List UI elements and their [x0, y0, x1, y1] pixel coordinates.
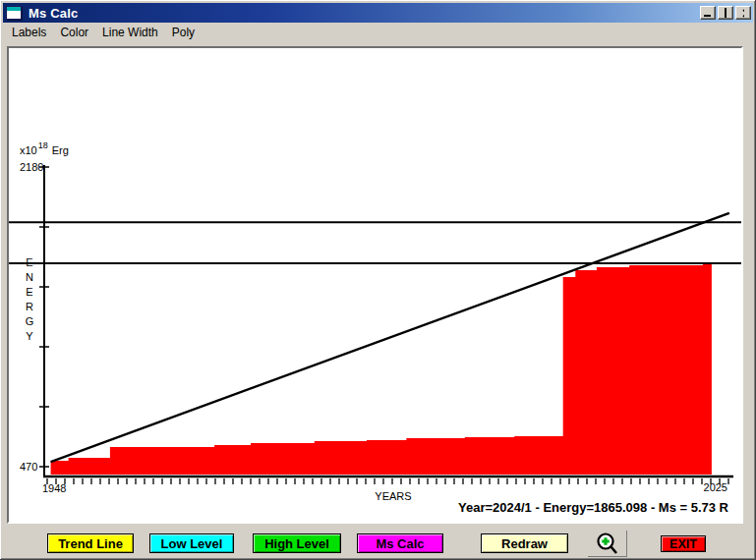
- minimize-button[interactable]: [700, 6, 716, 20]
- high-level-button[interactable]: High Level: [253, 533, 341, 553]
- y-tick-label-max: 2180: [20, 161, 43, 173]
- y-axis-title-letter: Y: [26, 330, 33, 342]
- window-title: Ms Calc: [29, 6, 79, 21]
- menu-poly[interactable]: Poly: [165, 24, 202, 41]
- zoom-in-icon: [595, 532, 620, 556]
- x-tick-label-start: 1948: [42, 482, 66, 494]
- zoom-button[interactable]: [588, 531, 627, 557]
- ms-calc-button[interactable]: Ms Calc: [357, 533, 443, 553]
- y-axis-title-letter: R: [26, 301, 33, 312]
- x-axis-title: YEARS: [375, 490, 411, 502]
- close-button[interactable]: [735, 6, 751, 20]
- menu-color[interactable]: Color: [53, 24, 95, 41]
- maximize-button[interactable]: [718, 6, 733, 20]
- menu-labels[interactable]: Labels: [5, 24, 53, 41]
- energy-chart: x1018Erg2180470ENERGY19482025YEARSYear=2…: [9, 48, 741, 522]
- close-icon: [742, 9, 744, 18]
- form-window-icon: [6, 6, 22, 20]
- y-axis-title-letter: G: [26, 315, 34, 327]
- y-tick-label-min: 470: [20, 461, 37, 473]
- low-level-button[interactable]: Low Level: [149, 533, 234, 553]
- ms-calc-window: { "window": { "title": "Ms Calc", "icon"…: [0, 0, 756, 560]
- menubar: Labels Color Line Width Poly: [3, 23, 753, 41]
- window-controls: [700, 6, 751, 20]
- exit-button[interactable]: EXIT: [661, 535, 706, 552]
- redraw-button[interactable]: Redraw: [481, 533, 568, 553]
- y-axis-title-letter: E: [26, 256, 32, 268]
- y-axis-title-letter: E: [26, 286, 32, 298]
- y-unit-label: x1018Erg: [20, 140, 69, 156]
- maximize-icon: [725, 8, 727, 18]
- minimize-icon: [704, 15, 711, 17]
- y-axis-title-letter: N: [26, 271, 33, 283]
- status-readout: Year=2024/1 - Energy=1865.098 - Ms = 5.7…: [458, 500, 729, 515]
- chart-panel: x1018Erg2180470ENERGY19482025YEARSYear=2…: [7, 46, 743, 524]
- x-tick-label-end: 2025: [704, 481, 727, 493]
- titlebar: Ms Calc: [3, 3, 753, 23]
- trend-line-button[interactable]: Trend Line: [47, 533, 134, 553]
- menu-line-width[interactable]: Line Width: [95, 24, 165, 41]
- cumulative-seismic-energy-area: [51, 262, 712, 475]
